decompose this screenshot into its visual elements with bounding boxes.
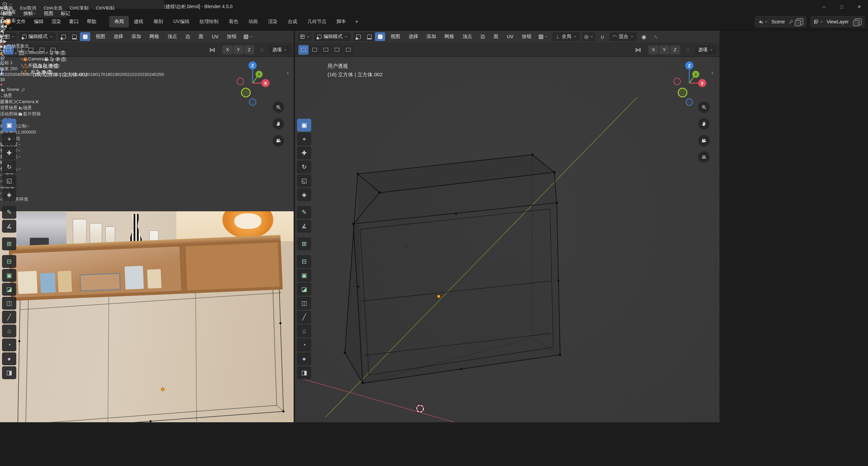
- add-workspace-button[interactable]: +: [351, 17, 362, 27]
- viewport-menu-网格[interactable]: 网格: [441, 32, 457, 41]
- workspace-tab-动画[interactable]: 动画: [243, 16, 263, 27]
- pin-icon[interactable]: [788, 19, 794, 24]
- playback-jump-end-button[interactable]: ▶▮: [0, 44, 164, 49]
- tool-move[interactable]: ✚: [297, 147, 311, 159]
- tool-annotate[interactable]: ✎: [297, 206, 311, 219]
- tool-transform[interactable]: ◈: [297, 188, 311, 201]
- tool-inset-faces[interactable]: ▣: [297, 269, 311, 282]
- tool-select-box[interactable]: ▣: [297, 119, 311, 132]
- viewport-menu-选择[interactable]: 选择: [406, 32, 421, 41]
- playback-prev-key-button[interactable]: ◀◀: [0, 23, 164, 28]
- sidebar-collapse-arrow[interactable]: ‹: [287, 69, 289, 76]
- stopwatch-icon[interactable]: [0, 54, 164, 60]
- face-select-button[interactable]: [375, 32, 385, 41]
- tool-knife[interactable]: ╱: [2, 311, 16, 324]
- viewport-menu-面[interactable]: 面: [196, 32, 206, 41]
- tool-inset-faces[interactable]: ▣: [2, 269, 16, 282]
- viewport-user[interactable]: 编辑模式视图选择添加网格顶点边面UV按钮⊥全局◎∪◠混合◉∿ ⋈XYZ◌选项 用…: [295, 31, 719, 422]
- mode-select[interactable]: 编辑模式: [314, 32, 351, 41]
- tool-spin[interactable]: ◔: [2, 338, 16, 351]
- viewport-menu-面[interactable]: 面: [491, 32, 501, 41]
- select-option-4[interactable]: [343, 45, 353, 55]
- viewport-menu-边[interactable]: 边: [477, 32, 488, 41]
- workspace-tab-渲染[interactable]: 渲染: [263, 16, 282, 27]
- mirror-axis-Z[interactable]: Z: [244, 45, 254, 54]
- properties-tab-material[interactable]: ●: [0, 82, 41, 87]
- tool-loop-cut[interactable]: ◫: [2, 297, 16, 310]
- playback-jump-start-button[interactable]: ▮◀: [0, 18, 164, 23]
- snap-falloff-icon[interactable]: ◌: [257, 45, 267, 54]
- viewport-menu-边[interactable]: 边: [182, 32, 193, 41]
- orientation-select[interactable]: ⊥全局: [552, 32, 579, 41]
- field-摄像机[interactable]: Camera: [13, 99, 40, 104]
- tool-scale[interactable]: ◱: [2, 174, 16, 187]
- tool-rotate[interactable]: ↻: [2, 160, 16, 173]
- mirror-axis-Y[interactable]: Y: [659, 45, 669, 54]
- tool-extrude-region[interactable]: ⊟: [2, 255, 16, 268]
- falloff-curve-icon[interactable]: ∿: [651, 32, 660, 41]
- tool-annotate[interactable]: ✎: [2, 206, 16, 219]
- pan-hand-button[interactable]: [273, 118, 284, 130]
- pin-icon[interactable]: [20, 87, 26, 93]
- tool-spin[interactable]: ◔: [297, 338, 311, 351]
- field-背景场景[interactable]: 场景: [18, 105, 32, 110]
- viewport-menu-视图[interactable]: 视图: [388, 32, 403, 41]
- camera-view-button[interactable]: [273, 135, 284, 147]
- viewport-canvas[interactable]: 摄像机透视 (18) 立方体 | 立方体.002: [0, 57, 294, 422]
- select-option-2[interactable]: [321, 45, 331, 55]
- tool-select-box[interactable]: ▣: [2, 119, 16, 132]
- select-option-0[interactable]: [298, 45, 309, 55]
- sidebar-collapse-arrow[interactable]: ‹: [711, 69, 713, 76]
- workspace-tab-合成[interactable]: 合成: [282, 16, 302, 27]
- pan-hand-button[interactable]: [698, 118, 710, 130]
- viewport-canvas[interactable]: 用户透视 (18) 立方体 | 立方体.002: [295, 57, 719, 422]
- proportional-edit-icon[interactable]: ◉: [639, 32, 649, 41]
- viewport-menu-顶点[interactable]: 顶点: [459, 32, 475, 41]
- tool-cursor[interactable]: ⌖: [297, 133, 311, 145]
- tool-cursor[interactable]: ⌖: [2, 133, 16, 145]
- minimize-button[interactable]: ─: [815, 0, 833, 14]
- perspective-toggle-button[interactable]: [698, 151, 710, 163]
- proportional-falloff-select[interactable]: ◠混合: [610, 32, 637, 41]
- zoom-button[interactable]: [273, 101, 284, 113]
- tool-transform[interactable]: ◈: [2, 188, 16, 201]
- viewport-menu-按钮[interactable]: 按钮: [224, 32, 239, 41]
- tool-edge-slide[interactable]: ◨: [297, 366, 311, 379]
- close-button[interactable]: ✕: [850, 0, 868, 14]
- mirror-axis-Z[interactable]: Z: [670, 45, 680, 54]
- new-viewlayer-button[interactable]: [855, 18, 862, 25]
- viewlayer-selector[interactable]: ViewLayer: [810, 16, 865, 27]
- pivot-point-button[interactable]: ◎: [582, 32, 595, 41]
- maximize-button[interactable]: □: [833, 0, 850, 14]
- options-button[interactable]: 选项: [269, 45, 290, 54]
- tool-poly-build[interactable]: ⌂: [2, 325, 16, 337]
- mirror-axis-Y[interactable]: Y: [233, 45, 243, 54]
- select-field-单位系统[interactable]: 公制: [18, 123, 30, 129]
- tool-scale[interactable]: ◱: [297, 174, 311, 187]
- tool-add-cube[interactable]: ⊞: [2, 237, 16, 250]
- tool-loop-cut[interactable]: ◫: [297, 297, 311, 310]
- workspace-tab-几何节点[interactable]: 几何节点: [302, 16, 331, 27]
- viewport-camera[interactable]: 编辑模式视图选择添加网格顶点边面UV按钮 ⋈XYZ◌选项 摄像机透视 (18) …: [0, 31, 294, 422]
- workspace-tab-纹理绘制[interactable]: 纹理绘制: [194, 16, 223, 27]
- tool-knife[interactable]: ╱: [297, 311, 311, 324]
- workspace-tab-UV编辑[interactable]: UV编辑: [168, 16, 194, 27]
- workspace-tab-脚本[interactable]: 脚本: [331, 16, 351, 27]
- overlays-button[interactable]: [537, 32, 550, 41]
- tool-bevel[interactable]: ◪: [297, 283, 311, 296]
- camera-view-button[interactable]: [698, 135, 710, 147]
- mirror-icon[interactable]: ⋈: [208, 45, 217, 54]
- tool-move[interactable]: ✚: [2, 147, 16, 159]
- tool-measure[interactable]: ∡: [297, 220, 311, 233]
- viewport-menu-顶点[interactable]: 顶点: [164, 32, 180, 41]
- viewport-menu-添加[interactable]: 添加: [423, 32, 439, 41]
- panel-header-场景[interactable]: ⌄场景: [0, 93, 41, 99]
- viewport-menu-UV[interactable]: UV: [504, 32, 516, 41]
- navigation-gizmo[interactable]: Z X Y: [236, 59, 270, 110]
- current-frame-field[interactable]: 18: [0, 49, 164, 54]
- new-scene-button[interactable]: [796, 18, 803, 25]
- options-button[interactable]: 选项: [695, 45, 716, 54]
- select-option-1[interactable]: [310, 45, 320, 55]
- editor-type-button[interactable]: [298, 32, 312, 41]
- scene-selector[interactable]: Scene: [755, 16, 806, 27]
